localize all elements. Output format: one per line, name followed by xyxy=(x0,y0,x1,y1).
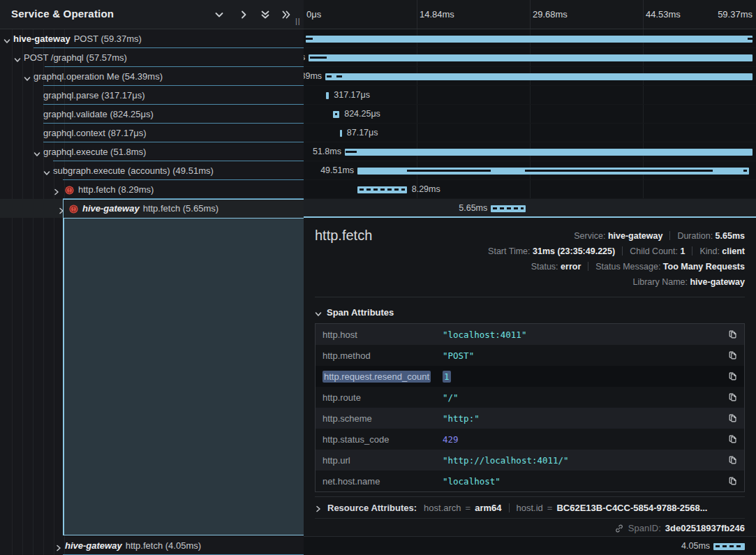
span-timeline-row[interactable]: 54.39ms xyxy=(304,67,756,86)
span-tree-row[interactable]: POST /graphql (57.57ms) xyxy=(0,48,304,67)
span-tree-row[interactable]: hive-gatewayhttp.fetch (5.65ms) xyxy=(0,199,304,218)
span-tree-row[interactable]: graphql.parse (317.17μs) xyxy=(0,86,304,105)
span-duration-bar[interactable] xyxy=(326,92,329,99)
duration-label: 824.25μs xyxy=(344,109,380,119)
timeline-ruler[interactable]: 0μs14.84ms29.68ms44.53ms59.37ms xyxy=(304,0,756,29)
attribute-row[interactable]: http.method"POST" xyxy=(316,345,744,366)
span-detail-meta: Service: hive-gatewayDuration: 5.65msSta… xyxy=(488,228,745,290)
span-tree-row[interactable]: http.fetch (8.29ms) xyxy=(0,180,304,199)
duration-label: 87.17μs xyxy=(347,128,378,138)
span-timeline-row[interactable]: 824.25μs xyxy=(304,105,756,124)
span-tree-row[interactable]: hive-gatewayhttp.fetch (4.05ms) xyxy=(0,536,304,555)
span-timeline-row[interactable]: 5.65ms xyxy=(304,199,756,218)
collapse-all-icon[interactable] xyxy=(260,9,271,20)
copy-icon[interactable] xyxy=(728,455,738,465)
chevron-right-icon[interactable] xyxy=(53,186,60,193)
copy-icon[interactable] xyxy=(728,371,738,381)
span-duration-bar[interactable] xyxy=(309,54,753,61)
detail-meta-line: Start Time: 31ms (23:35:49.225)Child Cou… xyxy=(488,244,745,259)
attribute-row[interactable]: http.url"http://localhost:4011/" xyxy=(316,450,744,471)
span-duration-bar[interactable] xyxy=(325,73,753,80)
detail-divider xyxy=(315,297,745,297)
meta-label: Duration: xyxy=(677,231,715,241)
copy-icon[interactable] xyxy=(728,476,738,486)
span-duration-bar[interactable] xyxy=(357,186,407,193)
attribute-row[interactable]: http.host"localhost:4011" xyxy=(316,324,744,345)
duration-label: 51.8ms xyxy=(313,147,341,156)
attribute-value: 1 xyxy=(443,371,451,382)
span-duration-bar[interactable] xyxy=(491,205,526,212)
span-timeline-row[interactable]: 8.29ms xyxy=(304,180,756,199)
chevron-down-icon[interactable] xyxy=(34,148,40,155)
span-timeline-row[interactable]: 317.17μs xyxy=(304,86,756,105)
span-row-label: graphql.operation Me (54.39ms) xyxy=(34,71,163,82)
span-duration-bar[interactable] xyxy=(357,168,749,175)
attribute-row[interactable]: net.host.name"localhost" xyxy=(316,471,744,491)
duration-label: 4.05ms xyxy=(681,541,710,551)
ruler-tick-label: 59.37ms xyxy=(718,9,753,20)
span-tree-row[interactable]: graphql.execute (51.8ms) xyxy=(0,142,304,161)
span-timeline-row[interactable]: 4.05ms xyxy=(304,536,756,555)
attribute-row[interactable]: http.scheme"http:" xyxy=(316,408,744,429)
attribute-row[interactable]: http.request.resend_count1 xyxy=(316,366,744,387)
duration-label: 57.57ms xyxy=(304,52,305,62)
copy-icon[interactable] xyxy=(728,434,738,444)
link-icon[interactable] xyxy=(614,524,624,533)
chevron-right-icon[interactable] xyxy=(55,542,62,549)
meta-label: Child Count: xyxy=(630,246,680,256)
selected-span-focus-block xyxy=(63,218,304,535)
chevron-down-icon[interactable] xyxy=(14,54,21,61)
error-icon xyxy=(65,185,74,194)
meta-label: Status Message: xyxy=(595,262,663,272)
span-duration-bar[interactable] xyxy=(333,111,339,118)
operation-name: graphql.context (87.17μs) xyxy=(43,128,147,138)
span-duration-bar[interactable] xyxy=(713,543,745,550)
chevron-down-icon[interactable] xyxy=(24,73,31,80)
resource-value: BC62E13B-C4CC-5854-9788-2568... xyxy=(556,503,707,513)
operation-name: graphql.parse (317.17μs) xyxy=(43,90,145,101)
expand-all-icon[interactable] xyxy=(281,9,292,20)
chevron-right-icon[interactable] xyxy=(58,205,65,212)
chevron-down-icon[interactable] xyxy=(43,167,50,174)
span-duration-bar[interactable] xyxy=(306,36,753,43)
equals-sign: = xyxy=(547,503,553,513)
span-duration-bar[interactable] xyxy=(340,130,342,137)
column-resize-handle[interactable]: || xyxy=(295,17,301,25)
operation-name: graphql.validate (824.25μs) xyxy=(43,109,154,119)
operation-name: http.fetch (4.05ms) xyxy=(126,540,201,551)
copy-icon[interactable] xyxy=(728,413,738,423)
attribute-row[interactable]: http.status_code429 xyxy=(316,429,744,450)
span-timeline-row[interactable]: 57.57ms xyxy=(304,48,756,67)
span-row-label: graphql.parse (317.17μs) xyxy=(43,90,145,101)
span-timeline-row[interactable] xyxy=(304,29,756,48)
operation-name: graphql.execute (51.8ms) xyxy=(43,147,146,157)
span-row-label: hive-gatewayhttp.fetch (5.65ms) xyxy=(82,203,218,214)
span-attributes-header[interactable]: Span Attributes xyxy=(315,307,394,318)
chevron-down-icon[interactable] xyxy=(3,35,10,42)
attribute-key: http.status_code xyxy=(316,434,443,445)
resource-key: host.arch xyxy=(424,503,461,513)
span-tree-row[interactable]: graphql.validate (824.25μs) xyxy=(0,105,304,124)
copy-icon[interactable] xyxy=(728,350,738,360)
span-tree-row[interactable]: graphql.context (87.17μs) xyxy=(0,124,304,142)
span-row-label: graphql.context (87.17μs) xyxy=(43,128,147,138)
span-timeline-row[interactable]: 51.8ms xyxy=(304,142,756,161)
meta-value: error xyxy=(561,262,581,272)
copy-icon[interactable] xyxy=(728,392,738,402)
chevron-right-icon[interactable] xyxy=(315,504,322,511)
span-timeline-row[interactable]: 49.51ms xyxy=(304,161,756,180)
span-duration-bar[interactable] xyxy=(345,149,753,156)
meta-value: client xyxy=(722,246,745,256)
span-tree-row[interactable]: graphql.operation Me (54.39ms) xyxy=(0,67,304,86)
attribute-key: http.url xyxy=(316,455,443,466)
collapse-one-icon[interactable] xyxy=(214,9,225,20)
service-name: hive-gateway xyxy=(65,540,122,551)
span-tree-row[interactable]: subgraph.execute (accounts) (49.51ms) xyxy=(0,161,304,180)
attribute-row[interactable]: http.route"/" xyxy=(316,387,744,408)
span-timeline-row[interactable]: 87.17μs xyxy=(304,124,756,142)
resource-attributes-row[interactable]: Resource Attributes:host.arch=arm64host.… xyxy=(315,496,745,518)
operation-name: http.fetch (5.65ms) xyxy=(143,203,218,214)
span-tree-row[interactable]: hive-gatewayPOST (59.37ms) xyxy=(0,29,304,48)
copy-icon[interactable] xyxy=(728,330,738,339)
expand-one-icon[interactable] xyxy=(238,9,249,20)
